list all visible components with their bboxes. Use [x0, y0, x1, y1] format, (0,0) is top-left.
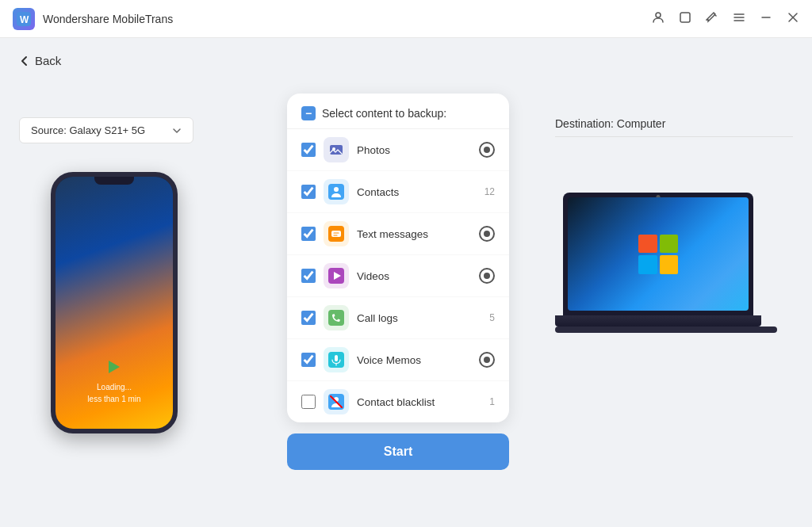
contact-blacklist-icon	[324, 389, 349, 414]
photos-label: Photos	[357, 144, 471, 156]
right-panel: Destination: Computer	[555, 54, 793, 511]
app-title: Wondershare MobileTrans	[43, 13, 173, 25]
windows-pane-green	[660, 235, 679, 254]
call-logs-badge: 5	[479, 312, 495, 323]
content-card: − Select content to backup: Photos	[287, 94, 509, 422]
svg-point-2	[656, 13, 661, 17]
list-item: Photos	[287, 129, 509, 171]
photos-checkbox[interactable]	[301, 143, 316, 157]
window-controls	[652, 11, 799, 27]
card-header: − Select content to backup:	[287, 94, 509, 129]
source-selector[interactable]: Source: Galaxy S21+ 5G	[19, 117, 193, 143]
text-messages-badge	[479, 226, 495, 242]
call-logs-label: Call logs	[357, 312, 471, 324]
laptop-stand	[555, 327, 777, 333]
back-button[interactable]: Back	[19, 54, 61, 67]
videos-icon	[324, 263, 349, 288]
list-item: Call logs 5	[287, 297, 509, 339]
voice-memos-icon	[324, 347, 349, 372]
titlebar: W Wondershare MobileTrans	[0, 0, 812, 38]
menu-icon[interactable]	[733, 11, 745, 27]
laptop-illustration	[555, 193, 761, 333]
contacts-checkbox[interactable]	[301, 185, 316, 199]
loading-text: Loading... less than 1 min	[87, 381, 140, 405]
list-item: Voice Memos	[287, 339, 509, 381]
app-logo: W	[13, 8, 35, 30]
laptop-base	[555, 315, 761, 327]
edit-icon[interactable]	[706, 11, 718, 27]
call-logs-checkbox[interactable]	[301, 311, 316, 325]
videos-label: Videos	[357, 270, 471, 282]
voice-memos-checkbox[interactable]	[301, 353, 316, 367]
main-content: Back Source: Galaxy S21+ 5G Loading... l…	[0, 38, 812, 527]
photos-badge	[479, 142, 495, 158]
chevron-down-icon	[172, 126, 182, 136]
minimize-icon[interactable]	[760, 11, 772, 27]
left-panel: Source: Galaxy S21+ 5G Loading... less t…	[19, 54, 241, 511]
text-messages-checkbox[interactable]	[301, 227, 316, 241]
list-item: Contact blacklist 1	[287, 381, 509, 422]
windows-pane-red	[638, 235, 657, 254]
svg-rect-14	[335, 355, 338, 361]
list-item: Videos	[287, 255, 509, 297]
laptop-screen-inner	[568, 197, 749, 311]
select-all-toggle[interactable]: −	[301, 106, 316, 120]
svg-rect-12	[328, 310, 344, 326]
svg-rect-3	[680, 13, 690, 22]
voice-memos-label: Voice Memos	[357, 354, 471, 366]
videos-badge	[479, 268, 495, 284]
profile-icon[interactable]	[652, 11, 665, 27]
center-panel: − Select content to backup: Photos	[241, 54, 555, 511]
phone-body: Loading... less than 1 min	[51, 172, 178, 433]
phone-screen: Loading... less than 1 min	[56, 177, 173, 429]
play-icon	[109, 361, 120, 373]
contact-blacklist-badge: 1	[479, 396, 495, 407]
call-logs-icon	[324, 305, 349, 330]
videos-checkbox[interactable]	[301, 269, 316, 283]
source-label: Source: Galaxy S21+ 5G	[31, 124, 145, 136]
contact-blacklist-checkbox[interactable]	[301, 395, 316, 409]
contacts-badge: 12	[479, 186, 495, 197]
start-button[interactable]: Start	[287, 433, 509, 470]
text-messages-label: Text messages	[357, 228, 471, 240]
phone-notch	[94, 177, 134, 185]
card-header-text: Select content to backup:	[322, 107, 446, 120]
svg-point-7	[334, 187, 339, 192]
destination-label: Destination: Computer	[555, 117, 793, 137]
list-item: Contacts 12	[287, 171, 509, 213]
list-item: Text messages	[287, 213, 509, 255]
phone-illustration: Loading... less than 1 min	[35, 156, 193, 449]
laptop-screen-outer	[563, 193, 753, 315]
contact-blacklist-label: Contact blacklist	[357, 396, 471, 408]
window-icon[interactable]	[679, 11, 691, 27]
windows-pane-yellow	[660, 255, 679, 274]
contacts-icon	[324, 179, 349, 204]
items-scroll-area[interactable]: Photos Contacts 12	[287, 129, 509, 422]
svg-rect-9	[331, 231, 341, 237]
contacts-label: Contacts	[357, 186, 471, 198]
windows-logo	[638, 235, 678, 274]
windows-pane-blue	[638, 255, 657, 274]
photos-icon	[324, 137, 349, 162]
text-messages-icon	[324, 221, 349, 246]
voice-memos-badge	[479, 352, 495, 368]
close-icon[interactable]	[787, 11, 799, 27]
svg-text:W: W	[20, 14, 29, 25]
